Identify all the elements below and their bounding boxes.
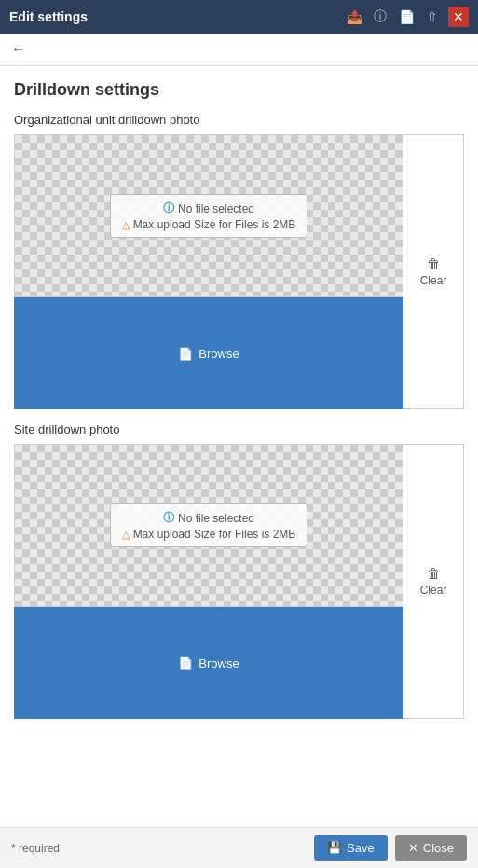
browse-file-icon-2: 📄	[178, 656, 193, 670]
section-2-preview-area: ⓘ No file selected △ Max upload Size for…	[14, 444, 403, 607]
page-title: Drilldown settings	[14, 80, 464, 100]
footer: * required 💾 Save ✕ Close	[0, 827, 478, 868]
close-label: Close	[423, 841, 454, 855]
section-1-upload-wrapper: ⓘ No file selected △ Max upload Size for…	[14, 134, 464, 409]
save-label: Save	[347, 841, 375, 855]
browse-file-icon: 📄	[178, 347, 193, 361]
section-2-clear-label: Clear	[420, 584, 447, 597]
section-2-file-info-box: ⓘ No file selected △ Max upload Size for…	[110, 503, 308, 547]
title-bar-title: Edit settings	[9, 9, 88, 24]
main-content: Drilldown settings Organizational unit d…	[0, 66, 478, 827]
close-button[interactable]: ✕ Close	[395, 835, 467, 861]
footer-buttons: 💾 Save ✕ Close	[314, 835, 467, 861]
section-1-browse-button[interactable]: 📄 Browse	[14, 297, 403, 409]
section-1: Organizational unit drilldown photo ⓘ No…	[14, 113, 464, 409]
section-2-browse-label: Browse	[198, 656, 239, 670]
section-2-max-upload-text: Max upload Size for Files is 2MB	[133, 528, 296, 541]
section-1-clear-label: Clear	[420, 274, 447, 287]
required-label: * required	[11, 842, 60, 855]
info-circle-icon: ⓘ	[163, 200, 174, 216]
save-icon: 💾	[327, 841, 342, 855]
section-2-upload-right: 🗑 Clear	[403, 444, 464, 719]
section-1-file-info-box: ⓘ No file selected △ Max upload Size for…	[110, 194, 308, 238]
section-1-label: Organizational unit drilldown photo	[14, 113, 464, 127]
back-arrow[interactable]: ←	[11, 41, 26, 57]
warning-icon-2: △	[122, 529, 130, 541]
export-icon[interactable]: 📤	[344, 7, 364, 27]
trash-icon: 🗑	[427, 256, 440, 271]
section-2-clear-area: 🗑 Clear	[403, 444, 464, 719]
window-close-icon[interactable]: ✕	[448, 7, 469, 27]
section-1-file-info-text: No file selected	[178, 202, 254, 215]
section-1-preview-area: ⓘ No file selected △ Max upload Size for…	[14, 134, 403, 297]
section-2-clear-button[interactable]: 🗑 Clear	[420, 566, 447, 597]
title-bar-icons: 📤 ⓘ 📄 ⇧ ✕	[344, 7, 469, 27]
section-1-clear-area: 🗑 Clear	[403, 134, 464, 409]
save-button[interactable]: 💾 Save	[314, 835, 388, 861]
section-1-browse-label: Browse	[198, 347, 239, 361]
close-icon-footer: ✕	[408, 841, 418, 855]
section-2-file-info-text: No file selected	[178, 512, 254, 525]
section-1-warn-line: △ Max upload Size for Files is 2MB	[122, 218, 296, 231]
section-1-max-upload-text: Max upload Size for Files is 2MB	[133, 218, 296, 231]
section-1-info-line: ⓘ No file selected	[122, 200, 296, 216]
info-circle-icon-2: ⓘ	[163, 510, 174, 526]
section-1-upload-right: 🗑 Clear	[403, 134, 464, 409]
warning-icon: △	[122, 219, 130, 231]
title-bar: Edit settings 📤 ⓘ 📄 ⇧ ✕	[0, 0, 478, 34]
section-1-clear-button[interactable]: 🗑 Clear	[420, 256, 447, 287]
upload-icon[interactable]: ⇧	[422, 7, 443, 27]
section-2: Site drilldown photo ⓘ No file selected …	[14, 422, 464, 719]
document-icon[interactable]: 📄	[396, 7, 417, 27]
trash-icon-2: 🗑	[427, 566, 440, 581]
section-1-upload-left: ⓘ No file selected △ Max upload Size for…	[14, 134, 403, 409]
section-2-label: Site drilldown photo	[14, 422, 464, 436]
info-icon[interactable]: ⓘ	[370, 7, 390, 27]
back-bar: ←	[0, 34, 478, 66]
section-2-info-line: ⓘ No file selected	[122, 510, 296, 526]
section-2-upload-left: ⓘ No file selected △ Max upload Size for…	[14, 444, 403, 719]
section-2-browse-button[interactable]: 📄 Browse	[14, 607, 403, 719]
section-2-warn-line: △ Max upload Size for Files is 2MB	[122, 528, 296, 541]
section-2-upload-wrapper: ⓘ No file selected △ Max upload Size for…	[14, 444, 464, 719]
